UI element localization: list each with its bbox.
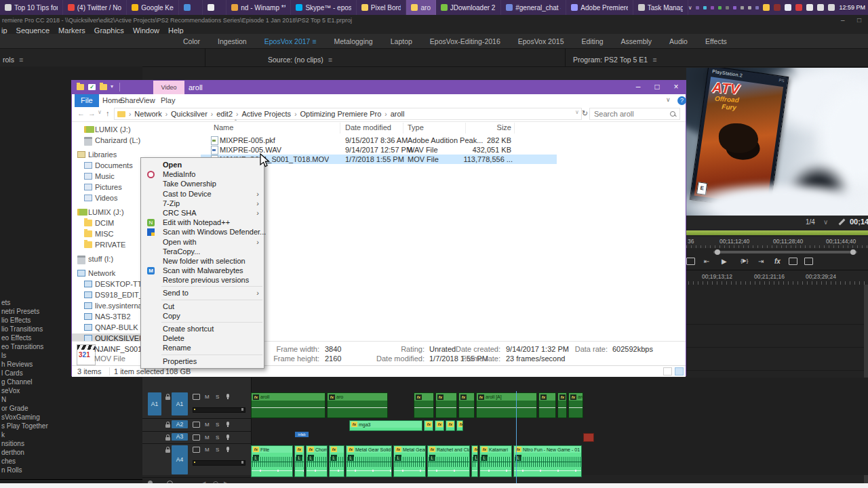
recent-locations-icon[interactable]: ∨ (98, 109, 102, 115)
menu-item-cut[interactable]: Cut (141, 302, 264, 311)
project-bin-item[interactable]: k (1, 430, 71, 439)
fx-icon[interactable]: fx (774, 258, 781, 265)
marker-icon[interactable] (686, 258, 695, 265)
voiceover-record-icon[interactable] (226, 447, 229, 451)
tray-app-icon[interactable] (718, 6, 722, 9)
menu-item-take-ownership[interactable]: Take Ownership (141, 179, 264, 188)
keyframe-dots[interactable] (394, 468, 425, 473)
tab-file[interactable]: File (75, 94, 99, 107)
sidebar-item-lumix-j-[interactable]: LUMIX (J:) (72, 125, 199, 134)
taskbar-button[interactable]: Task Manager (633, 0, 688, 15)
panel-menu-icon[interactable]: ≡ (652, 56, 656, 64)
menu-item-teracopy-[interactable]: TeraCopy... (141, 247, 264, 256)
track-lock-icon[interactable] (165, 394, 171, 401)
column-divider[interactable] (465, 123, 466, 134)
column-divider[interactable] (340, 123, 340, 134)
menu-item-cast-to-device[interactable]: Cast to Device› (141, 189, 264, 199)
menu-item-properties[interactable]: Properties (141, 357, 264, 366)
close-button[interactable]: × (667, 81, 686, 94)
column-header-date-modified[interactable]: Date modified (345, 123, 391, 131)
menu-item-7-zip[interactable]: 7-Zip› (141, 199, 264, 208)
column-divider[interactable] (403, 123, 403, 134)
timeline-clip[interactable]: fxL (329, 445, 344, 477)
workspace-tab[interactable]: Assembly (621, 37, 652, 45)
taskbar-button[interactable]: JDownloader 2 -... (436, 0, 502, 15)
track-label-a4[interactable]: A4 (172, 445, 188, 474)
project-bin-item[interactable]: or Grade (1, 404, 71, 413)
track-label-a3[interactable]: A3 (172, 433, 188, 441)
timeline-clip[interactable]: fxaroll [A] (476, 392, 537, 418)
breadcrumb-segment[interactable]: Network (134, 110, 161, 118)
solo-button[interactable]: S (216, 422, 219, 428)
workspace-tab[interactable]: Audio (669, 37, 688, 45)
menu-item-crc-sha[interactable]: CRC SHA› (141, 208, 264, 218)
tray-app-icon[interactable] (755, 6, 759, 9)
timeline-clip[interactable]: fxaro (327, 392, 388, 418)
premiere-maximize-button[interactable]: □ (857, 16, 861, 24)
mute-button[interactable]: M (205, 434, 210, 441)
minimize-button[interactable]: – (629, 81, 648, 94)
project-bin-item[interactable]: lio Transitions (1, 325, 71, 333)
record-icon[interactable] (795, 4, 802, 11)
track-volume-fader[interactable] (193, 460, 245, 466)
project-bin-item[interactable]: g Channel (1, 378, 71, 386)
taskbar-button[interactable]: Adobe Premiere ... (566, 0, 633, 15)
project-bin-item[interactable]: n Rolls (1, 466, 71, 474)
source-patch-a1[interactable]: A1 (148, 392, 161, 415)
keyframe-dots[interactable] (428, 468, 469, 473)
menu-item-rename[interactable]: Rename (141, 343, 264, 352)
tray-app-icon[interactable] (733, 6, 736, 9)
workspace-tab[interactable]: Editing (581, 37, 603, 45)
timeline-clip[interactable]: fxChomL (306, 445, 328, 477)
sort-caret-icon[interactable]: ˆ (235, 119, 237, 125)
dropdown-caret-icon[interactable]: ▾ (111, 83, 113, 89)
program-monitor[interactable]: PlayStation.2 PS ATV Offroad Fury E (686, 68, 868, 216)
menu-item-open-with[interactable]: Open with› (141, 237, 264, 247)
premiere-minimize-button[interactable]: – (841, 16, 845, 24)
timeline-clip[interactable]: fxKatamariL (479, 445, 512, 477)
timeline-clip[interactable]: fxNitro Fun - New Game - 01 NewL (513, 445, 582, 477)
keyframe-dots[interactable] (330, 468, 344, 473)
volume-icon[interactable] (817, 4, 824, 11)
timeline-clip[interactable]: fxMetal GearL (393, 445, 426, 477)
taskbar-button[interactable]: Top 10 Tips for ... (0, 0, 63, 15)
workspace-tab[interactable]: Ingestion (218, 37, 247, 45)
chevron-down-icon[interactable]: ∨ (823, 218, 828, 226)
menu-item-delete[interactable]: Delete (141, 333, 264, 343)
red-clip[interactable] (583, 433, 594, 442)
menu-item-send-to[interactable]: Send to› (141, 288, 264, 298)
project-bin-item[interactable]: seVox (1, 386, 71, 395)
menu-item-copy[interactable]: Copy (141, 311, 264, 321)
menu-item-new-folder-with-selection[interactable]: New folder with selection (141, 256, 264, 266)
menu-item-mediainfo[interactable]: MediaInfo (141, 169, 264, 179)
tray-app-icon[interactable] (711, 6, 714, 9)
project-bin-item[interactable]: ches (1, 457, 71, 466)
explorer-titlebar[interactable]: ✓ ▾ Video Tools aroll – □ × (72, 81, 686, 94)
timeline-clip[interactable]: fxL (294, 445, 304, 477)
keyframe-dots[interactable] (252, 468, 292, 473)
column-header-type[interactable]: Type (408, 123, 424, 131)
tray-chevron-icon[interactable]: ∨ (688, 5, 692, 11)
breadcrumb-segment[interactable]: Quicksilver (171, 110, 208, 118)
project-bin-item[interactable]: derthon (1, 448, 71, 457)
track-lock-icon[interactable] (165, 422, 171, 428)
back-icon[interactable]: ← (77, 109, 85, 117)
taskbar-button[interactable] (179, 0, 203, 15)
solo-button[interactable]: S (216, 447, 219, 453)
details-view-button[interactable] (663, 367, 672, 375)
scrollbar-handle[interactable] (715, 249, 720, 255)
timeline-clip[interactable]: fx (458, 392, 475, 418)
export-frame-icon[interactable] (789, 258, 797, 265)
taskbar-button[interactable]: Skype™ - eposv... (291, 0, 356, 15)
workspace-menu-icon[interactable]: ≡ (310, 37, 316, 45)
video-tools-tab[interactable]: Video Tools (153, 81, 184, 94)
address-dropdown-icon[interactable]: ∨ (575, 109, 579, 115)
project-bin-item[interactable]: nsitions (1, 439, 71, 448)
track-lock-icon[interactable] (165, 447, 171, 453)
menu-item-create-shortcut[interactable]: Create shortcut (141, 324, 264, 333)
timeline-clip[interactable]: fxRatchet and ClanL (427, 445, 470, 477)
scrollbar-handle[interactable] (850, 249, 856, 255)
keyframe-dots[interactable] (295, 468, 304, 473)
scrollbar-track[interactable] (713, 251, 857, 253)
project-bin-item[interactable]: sVoxGaming (1, 413, 71, 422)
